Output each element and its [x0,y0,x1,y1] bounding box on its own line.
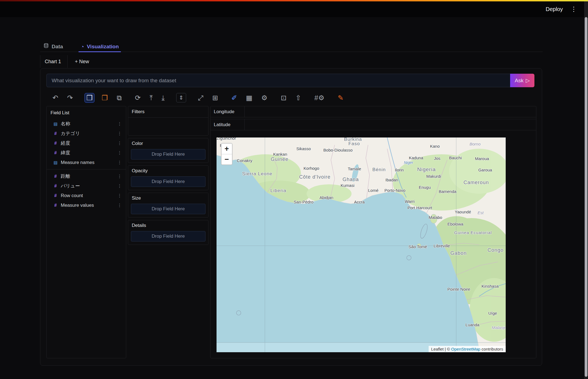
undo-icon[interactable]: ↶ [51,93,60,102]
field-item[interactable]: #Measure values⋮ [47,200,126,210]
map-label: Guinea Ecuatorial [454,230,492,235]
encoding-section-title: Opacity [128,166,208,176]
field-menu-icon[interactable]: ⋮ [116,193,123,198]
tab-visualization[interactable]: ◔ Visualization [81,41,119,52]
page-scrollbar[interactable] [584,1,588,379]
field-item[interactable]: #カテゴリ⋮ [47,129,126,138]
style-tools-icon[interactable]: ✐ [230,93,239,102]
number-field-icon: # [53,141,58,146]
field-item[interactable]: #緯度⋮ [47,148,126,158]
settings-gear-icon[interactable]: ⚙ [260,93,269,102]
map-label: Ziguinchor [217,137,236,140]
embed-code-icon[interactable]: ⊡ [279,93,288,102]
field-menu-icon[interactable]: ⋮ [116,141,123,146]
encoding-section-title: Details [128,220,208,230]
field-item[interactable]: #経度⋮ [47,138,126,148]
chart-tab-chart1[interactable]: Chart 1 [40,55,68,68]
clean-data-icon[interactable]: ✎ [336,93,345,102]
map-label: Kaduna [409,155,423,160]
openstreetmap-link[interactable]: OpenStreetMap [451,347,481,351]
redo-icon[interactable]: ↷ [65,93,75,102]
map-label: Abidjan [320,195,333,200]
refresh-icon[interactable]: ⟳ [133,93,143,102]
map-label: Est [478,210,484,215]
marker-layer-icon[interactable]: ❐ [100,93,109,102]
field-label: Row count [61,193,113,198]
tab-data-label: Data [52,44,63,50]
field-label: Measure values [61,203,113,208]
map-label: Accra [354,200,365,204]
filters-drop-area[interactable] [128,118,208,135]
field-menu-icon[interactable]: ⋮ [116,160,123,165]
table-view-icon[interactable]: ▦ [244,93,254,102]
latitude-drop-area[interactable] [245,119,536,130]
field-menu-icon[interactable]: ⋮ [116,121,123,126]
row-height-icon[interactable]: ⇕ [176,93,186,102]
number-field-icon: # [53,193,58,198]
map-label: Jos [434,156,440,160]
map-label: Sikasso [296,146,311,151]
number-field-icon: # [53,150,58,155]
map-label: Garoua [478,167,492,172]
map-label: Maroua [475,156,489,161]
field-label: Measure names [61,160,113,165]
fullscreen-settings-icon[interactable]: ⤢ [196,93,205,102]
field-list-items: ▤名称⋮#カテゴリ⋮#経度⋮#緯度⋮▤Measure names⋮#距離⋮#バリ… [47,119,126,210]
ask-input[interactable] [46,74,510,87]
duplicate-chart-icon[interactable]: ⊞ [210,93,220,102]
limit-settings-icon[interactable]: #⚙ [313,93,326,102]
field-label: 緯度 [61,150,113,156]
field-item[interactable]: #距離⋮ [47,171,126,181]
longitude-drop-area[interactable] [245,106,536,117]
map-label: Ibadan [386,177,398,182]
map-3d-view-icon[interactable]: ❒ [85,93,94,103]
drop-zone[interactable]: Drop Field Here [131,204,205,214]
sort-ascending-icon[interactable]: ⤒ [148,93,154,102]
latitude-shelf: Latitude [210,119,536,130]
map-label: Congo [487,247,503,253]
encoding-sections: ColorDrop Field HereOpacityDrop Field He… [128,138,209,245]
field-item[interactable]: #バリュー⋮ [47,181,126,191]
leaflet-map[interactable]: ZiguinchorBissauSikassoBobo-DioulassoBur… [217,137,506,352]
deploy-button[interactable]: Deploy [546,6,563,12]
overflow-menu-icon[interactable]: ⋮ [571,6,577,12]
toolbar: ↶↷❒❐⧉⟳⤒⤓⇕⤢⊞✐▦⚙⊡⇧#⚙✎ [51,92,345,104]
layers-icon[interactable]: ⧉ [115,93,123,102]
encoding-section-opacity: OpacityDrop Field Here [128,165,209,190]
scrollbar-thumb[interactable] [585,17,587,377]
zoom-in-button[interactable]: + [222,144,232,154]
drop-zone[interactable]: Drop Field Here [131,176,205,187]
tab-data[interactable]: Data [43,41,63,52]
field-item[interactable]: ▤Measure names⋮ [47,158,126,167]
field-menu-icon[interactable]: ⋮ [116,183,123,189]
ask-bar: Ask ▷ [46,74,534,87]
map-label: Faso [348,141,360,147]
map-label: Kano [430,144,440,149]
field-item[interactable]: #Row count⋮ [47,191,126,200]
main-panel: Ask ▷ ↶↷❒❐⧉⟳⤒⤓⇕⤢⊞✐▦⚙⊡⇧#⚙✎ Field List ▤名称… [40,68,542,366]
ask-button[interactable]: Ask ▷ [510,74,534,87]
field-menu-icon[interactable]: ⋮ [116,203,123,208]
field-menu-icon[interactable]: ⋮ [116,174,123,179]
field-menu-icon[interactable]: ⋮ [116,150,123,155]
new-chart-button[interactable]: + New [70,55,94,68]
number-field-icon: # [53,184,58,189]
field-label: カテゴリ [61,130,113,137]
map-label: Gabon [450,250,467,256]
field-label: 経度 [61,140,113,146]
map-label: Enugu [419,185,431,190]
zoom-out-button[interactable]: − [222,154,232,165]
map-label: Guinée [271,157,288,162]
filters-title: Filters [128,106,208,118]
field-menu-icon[interactable]: ⋮ [116,131,123,136]
drop-zone[interactable]: Drop Field Here [131,149,205,160]
export-icon[interactable]: ⇧ [294,93,303,102]
map-label: Ebolowa [447,221,463,226]
map-label: São Tomé [408,244,427,249]
map-labels: ZiguinchorBissauSikassoBobo-DioulassoBur… [217,137,506,352]
sort-descending-icon[interactable]: ⤓ [160,93,166,102]
field-item[interactable]: ▤名称⋮ [47,119,126,129]
ask-button-label: Ask [515,78,524,84]
drop-zone[interactable]: Drop Field Here [131,231,205,242]
play-icon: ▷ [526,77,530,84]
